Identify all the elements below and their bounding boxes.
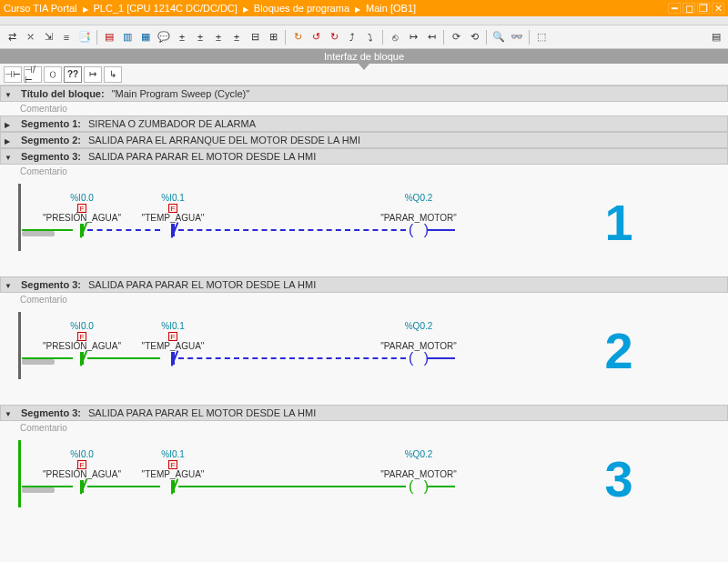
tool-btn[interactable]: 👓: [509, 29, 525, 45]
contact-address: %I0.0: [70, 449, 94, 459]
tool-btn[interactable]: ⟳: [448, 29, 464, 45]
wire: [178, 229, 406, 231]
segment-header-3[interactable]: Segmento 3: SALIDA PARA PARAR EL MOTOR D…: [0, 148, 728, 165]
tool-btn[interactable]: ↻: [326, 29, 342, 45]
wire: [22, 229, 73, 231]
tool-btn[interactable]: ↦: [405, 29, 421, 45]
rung-start: [22, 487, 55, 493]
block-comment[interactable]: Comentario: [0, 102, 728, 115]
coil[interactable]: [410, 478, 427, 493]
coil[interactable]: [410, 350, 427, 365]
wire: [178, 486, 406, 487]
coil-address: %Q0.2: [405, 321, 433, 331]
tool-btn[interactable]: ↺: [308, 29, 324, 45]
segment-header-3b[interactable]: Segmento 3: SALIDA PARA PARAR EL MOTOR D…: [0, 276, 728, 293]
restore-button[interactable]: ❐: [697, 3, 710, 14]
segment-header-3c[interactable]: Segmento 3: SALIDA PARA PARAR EL MOTOR D…: [0, 405, 728, 421]
coil[interactable]: [410, 222, 427, 236]
chevron-right-icon: [353, 3, 362, 14]
tool-btn[interactable]: ⇄: [4, 29, 20, 45]
maximize-button[interactable]: ◻: [682, 3, 695, 14]
wire: [428, 357, 455, 359]
expand-toggle-icon[interactable]: [5, 151, 14, 162]
breadcrumb-item[interactable]: Main [OB1]: [366, 3, 416, 14]
tool-btn[interactable]: ⤴: [344, 29, 360, 45]
segment-desc: SALIDA PARA PARAR EL MOTOR DESDE LA HMI: [88, 151, 316, 162]
expand-toggle-icon[interactable]: [5, 279, 14, 290]
sym-box[interactable]: ??: [64, 66, 82, 83]
tool-btn[interactable]: ↤: [423, 29, 440, 45]
block-interface-label: Interfaz de bloque: [324, 51, 404, 62]
tool-btn[interactable]: ±: [174, 29, 190, 45]
expand-toggle-icon[interactable]: [5, 118, 14, 129]
tool-btn[interactable]: ↻: [289, 29, 306, 45]
nc-contact[interactable]: [80, 352, 84, 365]
tool-btn[interactable]: ⬚: [533, 29, 550, 45]
tool-btn[interactable]: ⊞: [265, 29, 281, 45]
nc-contact[interactable]: [171, 224, 175, 236]
tool-btn[interactable]: ▤: [101, 29, 117, 45]
sym-branch-close[interactable]: ↳: [104, 66, 122, 83]
tool-btn[interactable]: ⤫: [22, 29, 38, 45]
force-icon: F: [77, 332, 86, 341]
breadcrumb-item[interactable]: Curso TIA Portal: [4, 3, 77, 14]
tool-btn[interactable]: ±: [228, 29, 245, 45]
main-toolbar: ⇄ ⤫ ⇲ ≡ 📑 ▤ ▥ ▦ 💬 ± ± ± ± ⊟ ⊞ ↻ ↺ ↻ ⤴ ⤵ …: [0, 25, 728, 49]
block-title-row[interactable]: Título del bloque: "Main Program Sweep (…: [0, 85, 728, 102]
wire: [22, 486, 73, 487]
segment-header-2[interactable]: Segmento 2: SALIDA PARA EL ARRANQUE DEL …: [0, 132, 728, 148]
nc-contact[interactable]: [80, 480, 84, 493]
nc-contact[interactable]: [80, 224, 84, 236]
sym-nc-contact[interactable]: ⊣/⊢: [24, 66, 42, 83]
segment-label: Segmento 3:: [21, 407, 81, 418]
segment-comment[interactable]: Comentario: [0, 293, 728, 306]
segment-comment[interactable]: Comentario: [0, 165, 728, 178]
tool-btn[interactable]: ▦: [137, 29, 154, 45]
segment-desc: SALIDA PARA PARAR EL MOTOR DESDE LA HMI: [88, 279, 316, 290]
wire: [87, 229, 160, 231]
separator: [443, 30, 444, 45]
expand-toggle-icon[interactable]: [5, 407, 14, 418]
nc-contact[interactable]: [171, 352, 175, 365]
nc-contact[interactable]: [171, 480, 175, 493]
tool-btn[interactable]: ≡: [58, 29, 75, 45]
close-button[interactable]: ✕: [712, 3, 724, 14]
block-interface-strip[interactable]: Interfaz de bloque: [0, 49, 728, 64]
segment-comment[interactable]: Comentario: [0, 421, 728, 435]
sym-no-contact[interactable]: ⊣⊢: [4, 66, 22, 83]
ladder-network-2[interactable]: %I0.0 F "PRESIÓN_AGUA" %I0.1 F "TEMP_AGU…: [18, 312, 528, 379]
ladder-network-3[interactable]: %I0.0 F "PRESIÓN_AGUA" %I0.1 F "TEMP_AGU…: [18, 440, 528, 507]
tool-btn[interactable]: ⇲: [40, 29, 56, 45]
breadcrumb-item[interactable]: Bloques de programa: [254, 3, 349, 14]
expand-toggle-icon[interactable]: [5, 135, 14, 146]
tool-btn[interactable]: ⟲: [466, 29, 482, 45]
tool-btn[interactable]: ±: [210, 29, 227, 45]
tool-btn[interactable]: 🔍: [490, 29, 507, 45]
segment-label: Segmento 3:: [21, 279, 81, 290]
rung-start: [22, 359, 55, 365]
contact-address: %I0.0: [70, 321, 94, 331]
wire: [428, 486, 455, 487]
sym-coil[interactable]: ⟮⟯: [44, 66, 62, 83]
tool-btn[interactable]: ▥: [119, 29, 136, 45]
segment-desc: SALIDA PARA PARAR EL MOTOR DESDE LA HMI: [88, 407, 316, 418]
sym-branch-open[interactable]: ↦: [84, 66, 102, 83]
tool-btn[interactable]: 📑: [76, 29, 93, 45]
chevron-right-icon: [241, 3, 250, 14]
tool-btn[interactable]: ⎋: [387, 29, 403, 45]
expand-toggle-icon[interactable]: [5, 88, 14, 99]
segment-label: Segmento 3:: [21, 151, 81, 162]
tool-btn[interactable]: ▤: [708, 29, 724, 45]
tool-btn[interactable]: ⤵: [362, 29, 379, 45]
chevron-down-icon: [359, 64, 369, 70]
minimize-button[interactable]: ━: [668, 3, 681, 14]
chevron-right-icon: [81, 3, 90, 14]
tool-btn[interactable]: ±: [192, 29, 208, 45]
ladder-network-1[interactable]: %I0.0 F "PRESIÓN_AGUA" %I0.1 F "TEMP_AGU…: [18, 184, 528, 251]
tool-btn[interactable]: 💬: [156, 29, 172, 45]
segment-header-1[interactable]: Segmento 1: SIRENA O ZUMBADOR DE ALARMA: [0, 115, 728, 132]
tool-btn[interactable]: ⊟: [247, 29, 263, 45]
force-icon: F: [77, 460, 86, 469]
breadcrumb-item[interactable]: PLC_1 [CPU 1214C DC/DC/DC]: [94, 3, 238, 14]
contact-tag: "TEMP_AGUA": [142, 341, 205, 351]
